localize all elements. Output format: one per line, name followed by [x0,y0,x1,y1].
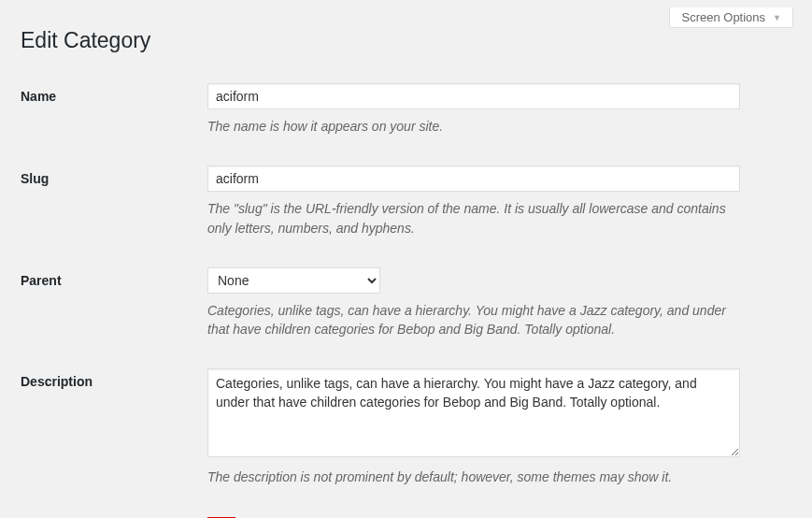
parent-description: Categories, unlike tags, can have a hier… [207,301,740,339]
description-textarea[interactable] [207,368,740,457]
screen-options-button[interactable]: Screen Options ▼ [669,7,793,28]
page-title: Edit Category [21,28,791,53]
color-label: Color [21,506,207,518]
description-help: The description is not prominent by defa… [207,468,740,486]
parent-select[interactable]: None [207,267,380,294]
slug-label: Slug [21,154,207,256]
chevron-down-icon: ▼ [773,13,781,22]
description-label: Description [21,357,207,505]
slug-description: The "slug" is the URL-friendly version o… [207,199,740,237]
slug-input[interactable] [207,165,740,192]
screen-options-label: Screen Options [681,10,765,24]
name-label: Name [21,72,207,154]
parent-label: Parent [21,256,207,358]
name-description: The name is how it appears on your site. [207,117,740,136]
name-input[interactable] [207,83,740,109]
